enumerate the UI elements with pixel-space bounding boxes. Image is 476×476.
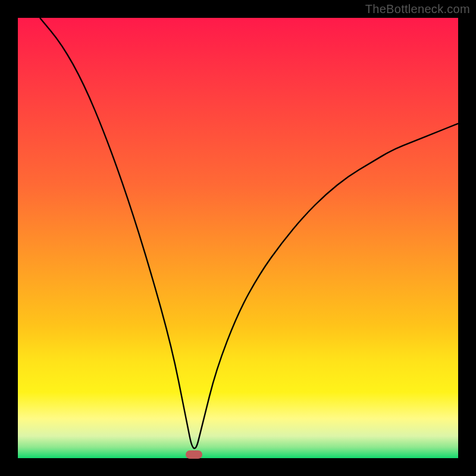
bottleneck-curve <box>18 18 458 458</box>
chart-plot-area <box>18 18 458 458</box>
watermark-text: TheBottleneck.com <box>365 2 470 16</box>
minimum-marker <box>186 450 202 459</box>
chart-frame: TheBottleneck.com <box>0 0 476 476</box>
